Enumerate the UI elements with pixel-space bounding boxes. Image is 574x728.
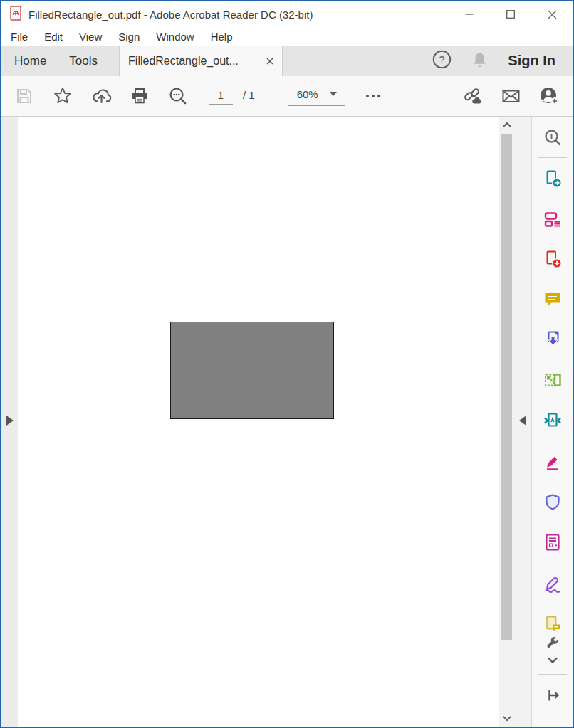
chevron-up-icon <box>502 121 512 128</box>
close-button[interactable] <box>531 1 573 27</box>
tools-pane-collapse-strip <box>514 117 531 727</box>
filled-rectangle-graphic <box>170 322 334 419</box>
send-for-comments-button[interactable] <box>541 612 565 636</box>
save-icon <box>14 86 34 106</box>
zoom-level-value: 60% <box>297 88 318 100</box>
tab-bar: Home Tools FilledRectangle_out... ? Sig <box>1 46 573 76</box>
more-toolbar-options-button[interactable] <box>362 85 384 107</box>
favorite-button[interactable] <box>52 85 73 107</box>
shield-icon <box>543 492 563 512</box>
tab-tools[interactable]: Tools <box>58 46 109 76</box>
scrollbar-thumb[interactable] <box>501 134 512 640</box>
combine-files-button[interactable] <box>541 327 565 352</box>
more-tools-button[interactable] <box>541 635 565 652</box>
prepare-form-icon <box>543 532 563 552</box>
scroll-up-button[interactable] <box>499 117 514 132</box>
chevron-down-icon <box>502 715 512 722</box>
cloud-upload-icon <box>91 86 112 106</box>
sign-in-button[interactable]: Sign In <box>508 53 555 69</box>
account-sign-in-button[interactable] <box>538 85 560 107</box>
fill-and-sign-button[interactable] <box>541 571 565 595</box>
menu-window[interactable]: Window <box>154 29 196 44</box>
collapse-tools-pane-arrow[interactable] <box>519 416 526 426</box>
edit-pdf-icon <box>543 209 563 229</box>
export-pdf-button[interactable] <box>541 167 565 191</box>
window-title: FilledRectangle_out.pdf - Adobe Acrobat … <box>28 9 313 21</box>
toolbar-divider <box>271 85 271 107</box>
organize-pages-icon <box>543 370 563 390</box>
protect-pdf-button[interactable] <box>541 490 565 515</box>
printer-icon <box>130 86 150 106</box>
search-button[interactable] <box>167 85 189 107</box>
maximize-button[interactable] <box>490 1 531 27</box>
page-count-label: / 1 <box>243 89 255 101</box>
tab-document[interactable]: FilledRectangle_out... <box>119 46 283 76</box>
close-tab-icon <box>266 58 273 65</box>
zoom-level-dropdown[interactable]: 60% <box>288 87 345 106</box>
tab-close-button[interactable] <box>266 58 273 65</box>
menu-edit[interactable]: Edit <box>42 29 65 44</box>
tools-panel-divider <box>538 674 567 675</box>
print-button[interactable] <box>129 85 150 107</box>
menu-view[interactable]: View <box>77 29 104 44</box>
help-icon: ? <box>432 50 452 69</box>
chevron-down-icon <box>546 655 560 665</box>
redact-icon <box>543 452 563 472</box>
menu-sign[interactable]: Sign <box>116 29 142 44</box>
notifications-button[interactable] <box>471 51 488 71</box>
menu-bar: File Edit View Sign Window Help <box>1 27 573 46</box>
scroll-down-button[interactable] <box>499 711 514 727</box>
close-icon <box>548 10 557 19</box>
wrench-icon <box>544 635 561 652</box>
page-navigation: / 1 <box>209 88 255 105</box>
help-button[interactable]: ? <box>432 50 452 72</box>
acrobat-window: FilledRectangle_out.pdf - Adobe Acrobat … <box>0 0 574 728</box>
envelope-icon <box>501 86 521 106</box>
toolbar-right-group <box>444 85 573 107</box>
vertical-scrollbar[interactable] <box>499 117 514 727</box>
compress-pdf-button[interactable] <box>541 408 565 433</box>
search-tools-button[interactable] <box>541 126 565 150</box>
title-bar: FilledRectangle_out.pdf - Adobe Acrobat … <box>1 1 573 27</box>
more-tools-expander[interactable] <box>541 653 565 668</box>
redact-button[interactable] <box>541 450 565 474</box>
document-page <box>18 117 499 727</box>
main-toolbar: / 1 60% <box>1 76 573 117</box>
window-controls <box>449 1 573 27</box>
user-plus-icon <box>539 86 560 106</box>
tab-home[interactable]: Home <box>3 46 58 76</box>
edit-pdf-button[interactable] <box>541 207 565 231</box>
search-tools-icon <box>543 128 563 148</box>
svg-text:?: ? <box>439 53 445 65</box>
pdf-file-icon <box>10 6 22 23</box>
comment-button[interactable] <box>541 287 565 312</box>
open-tools-pane-button[interactable] <box>541 683 565 707</box>
menu-help[interactable]: Help <box>209 29 235 44</box>
expand-nav-pane-arrow[interactable] <box>6 416 14 426</box>
organize-pages-button[interactable] <box>541 368 565 392</box>
compress-pdf-icon <box>543 411 563 431</box>
combine-files-icon <box>543 329 563 349</box>
more-options-icon <box>362 86 384 106</box>
comment-icon <box>543 290 563 310</box>
create-pdf-button[interactable] <box>541 247 565 271</box>
tab-bar-right: ? Sign In <box>432 46 573 76</box>
share-link-button[interactable] <box>461 85 483 107</box>
main-area <box>1 117 573 727</box>
export-pdf-icon <box>543 169 563 189</box>
page-number-input[interactable] <box>209 88 233 105</box>
prepare-form-button[interactable] <box>541 530 565 554</box>
share-to-cloud-button[interactable] <box>90 85 112 107</box>
save-button[interactable] <box>14 85 35 107</box>
navigation-pane-strip <box>1 117 18 727</box>
minimize-button[interactable] <box>449 1 490 27</box>
search-icon <box>168 86 188 106</box>
link-cloud-icon <box>462 86 483 106</box>
tools-panel-divider <box>538 157 567 158</box>
menu-file[interactable]: File <box>9 29 30 44</box>
bell-icon <box>471 51 488 68</box>
tools-panel <box>531 117 573 727</box>
create-pdf-icon <box>543 249 563 269</box>
email-button[interactable] <box>500 85 521 107</box>
star-icon <box>53 86 73 106</box>
